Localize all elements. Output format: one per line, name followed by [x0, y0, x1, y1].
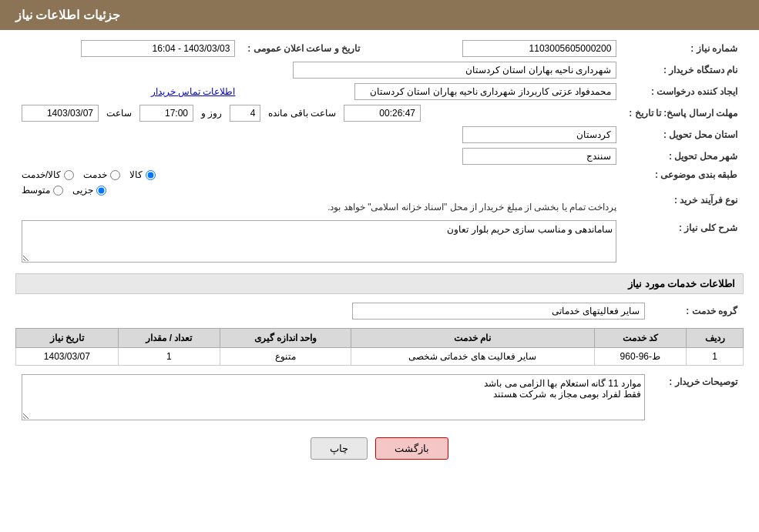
shahr-value: سنندج — [462, 148, 616, 165]
table-row: 1ط-96-960سایر فعالیت های خدماتی شخصیمتنو… — [16, 348, 744, 366]
mohlat-date: 1403/03/07 — [22, 105, 99, 122]
grohe-khedmat-label: گروه خدمت : — [651, 300, 744, 322]
button-bar: بازگشت چاپ — [15, 437, 744, 460]
service-group-table: گروه خدمت : سایر فعالیتهای خدماتی — [15, 300, 744, 322]
sharh-textarea[interactable] — [22, 220, 616, 263]
namDastgah-label: نام دستگاه خریدار : — [623, 59, 744, 81]
grohe-khedmat-value: سایر فعالیتهای خدماتی — [352, 303, 645, 320]
tabaqe-label: طبقه بندی موضوعی : — [623, 167, 744, 182]
mohlat-saat-label: ساعت — [106, 108, 132, 119]
col-tedad: تعداد / مقدار — [118, 329, 220, 348]
noeFarayand-label: نوع فرآیند خرید : — [623, 182, 744, 218]
mohlat-baghimandeh: 00:26:47 — [344, 105, 421, 122]
shomareNiaz-value: 1103005605000200 — [462, 40, 616, 57]
col-tarikh: تاریخ نیاز — [16, 329, 119, 348]
radio-kala-khedmat[interactable]: کالا/خدمت — [22, 169, 74, 180]
col-kod: کد خدمت — [594, 329, 686, 348]
radio-khedmat[interactable]: خدمت — [83, 169, 120, 180]
col-vahed: واحد اندازه گیری — [220, 329, 351, 348]
purchase-note: پرداخت تمام یا بخشی از مبلغ خریدار از مح… — [22, 199, 616, 216]
mohlat-saat: 17:00 — [139, 105, 193, 122]
services-table: ردیف کد خدمت نام خدمت واحد اندازه گیری ت… — [15, 328, 744, 366]
page-wrapper: جزئیات اطلاعات نیاز شماره نیاز : 1103005… — [0, 0, 759, 532]
sharh-label: شرح کلی نیاز : — [623, 218, 744, 267]
radio-motavasset[interactable]: متوسط — [22, 185, 63, 196]
tosiyeh-table: توصیحات خریدار : — [15, 372, 744, 425]
mohlat-baghimandeh-label: ساعت باقی مانده — [268, 108, 336, 119]
mohlat-label: مهلت ارسال پاسخ: تا تاریخ : — [623, 102, 744, 124]
ijanKonandeh-label: ایجاد کننده درخواست : — [623, 81, 744, 102]
tarikh-value: 1403/03/03 - 16:04 — [81, 40, 235, 57]
ettelaat-link[interactable]: اطلاعات تماس خریدار — [151, 86, 236, 97]
shahr-label: شهر محل تحویل : — [623, 146, 744, 167]
namDastgah-value: شهرداری ناحیه بهاران استان کردستان — [293, 62, 616, 79]
ostan-value: کردستان — [462, 126, 616, 143]
tarikh-label: تاریخ و ساعت اعلان عمومی : — [241, 38, 366, 59]
page-title: جزئیات اطلاعات نیاز — [15, 8, 120, 22]
mohlat-roz-label: روز و — [201, 108, 222, 119]
col-radif: ردیف — [687, 329, 744, 348]
shomareNiaz-label: شماره نیاز : — [623, 38, 744, 59]
content-area: شماره نیاز : 1103005605000200 تاریخ و سا… — [0, 30, 759, 467]
ijanKonandeh-value: محمدفواد عزتی کاربرداز شهرداری ناحیه بها… — [354, 83, 616, 100]
basic-info-table: شماره نیاز : 1103005605000200 تاریخ و سا… — [15, 38, 744, 267]
col-nam: نام خدمت — [351, 329, 595, 348]
print-button[interactable]: چاپ — [311, 437, 368, 460]
back-button[interactable]: بازگشت — [375, 437, 448, 460]
ostan-label: استان محل تحویل : — [623, 124, 744, 146]
tosiyeh-label: توصیحات خریدار : — [651, 372, 744, 425]
radio-jozvi[interactable]: جزیی — [72, 185, 106, 196]
page-header: جزئیات اطلاعات نیاز — [0, 0, 759, 30]
mohlat-roz: 4 — [230, 105, 260, 122]
services-section-title: اطلاعات خدمات مورد نیاز — [15, 273, 744, 294]
tosiyeh-textarea[interactable] — [22, 374, 645, 420]
radio-kala[interactable]: کالا — [129, 169, 156, 180]
